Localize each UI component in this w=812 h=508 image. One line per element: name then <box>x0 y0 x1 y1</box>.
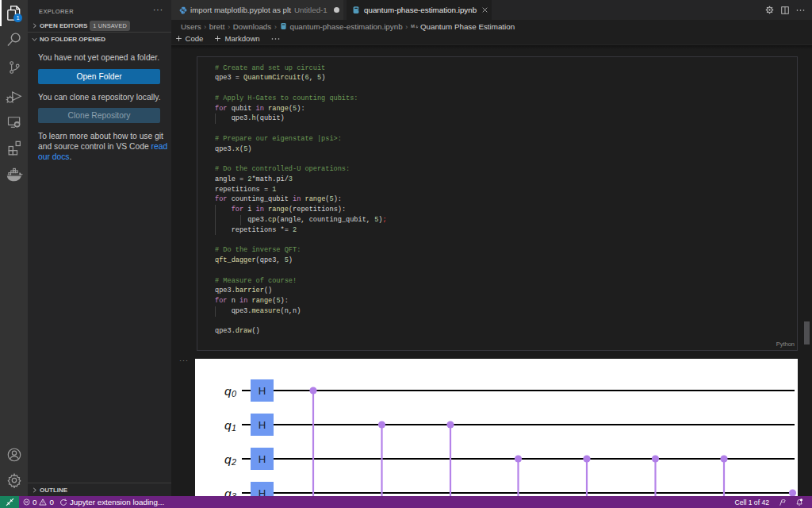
svg-text:1: 1 <box>232 423 236 433</box>
svg-text:H: H <box>259 419 266 431</box>
svg-text:q: q <box>224 384 232 398</box>
svg-text:0: 0 <box>232 389 236 398</box>
svg-text:q: q <box>224 452 232 466</box>
svg-text:q: q <box>224 487 232 497</box>
svg-text:H: H <box>259 487 266 496</box>
svg-text:H: H <box>259 385 266 397</box>
svg-text:M: M <box>411 24 415 29</box>
svg-text:q: q <box>224 418 232 432</box>
svg-text:H: H <box>259 453 266 465</box>
svg-text:2: 2 <box>231 457 236 467</box>
